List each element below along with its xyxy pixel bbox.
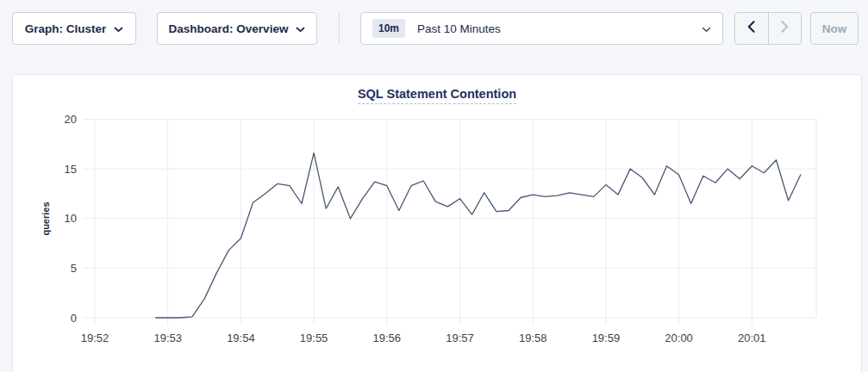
y-tick-label: 10 [65,212,77,225]
line-chart[interactable]: 0510152019:5219:5319:5419:5519:5619:5719… [0,0,868,372]
y-tick-label: 15 [65,163,77,176]
y-tick-label: 5 [71,262,77,275]
x-tick-label: 19:58 [519,332,547,344]
y-tick-label: 0 [71,312,77,325]
x-tick-label: 20:00 [665,332,693,344]
x-tick-label: 19:53 [153,332,182,344]
x-tick-label: 19:55 [300,332,328,344]
y-tick-label: 20 [65,113,77,126]
x-tick-label: 19:56 [373,332,402,344]
x-tick-label: 20:01 [738,332,766,344]
series-line-queries [156,153,801,318]
y-axis-label: queries [41,202,51,235]
x-tick-label: 19:54 [227,332,255,344]
x-tick-label: 19:57 [446,332,474,344]
x-tick-label: 19:59 [592,332,621,344]
x-tick-label: 19:52 [81,332,109,344]
